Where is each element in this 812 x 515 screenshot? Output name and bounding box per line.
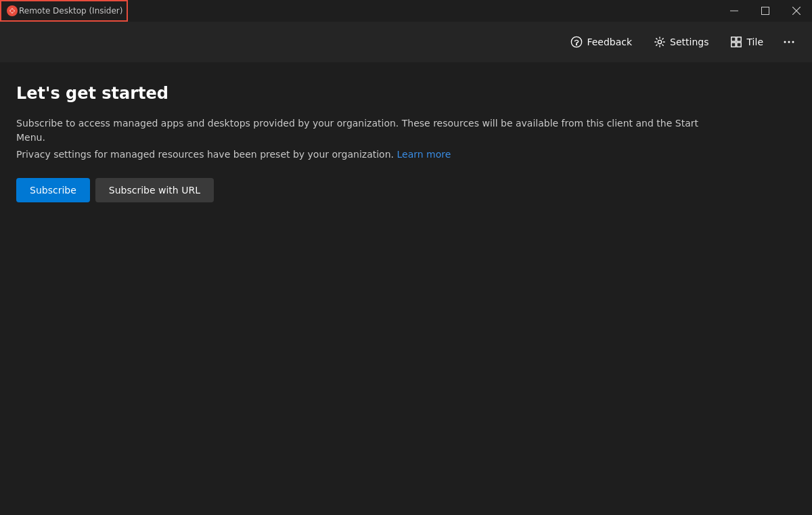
tile-button[interactable]: Tile	[722, 30, 771, 53]
privacy-text: Privacy settings for managed resources h…	[16, 149, 394, 160]
svg-point-1	[11, 9, 14, 13]
subscribe-url-button[interactable]: Subscribe with URL	[95, 178, 214, 202]
subscribe-button[interactable]: Subscribe	[16, 178, 90, 202]
svg-rect-9	[731, 37, 736, 41]
titlebar-controls	[719, 0, 812, 22]
feedback-label: Feedback	[587, 37, 632, 47]
settings-label: Settings	[670, 37, 708, 47]
titlebar: Remote Desktop (Insider)	[0, 0, 812, 22]
tile-icon	[730, 36, 742, 48]
description-line1: Subscribe to access managed apps and des…	[16, 116, 727, 145]
svg-rect-12	[737, 43, 741, 47]
svg-rect-2	[730, 11, 738, 12]
svg-point-14	[788, 41, 790, 43]
main-content: Let's get started Subscribe to access ma…	[0, 62, 812, 515]
feedback-button[interactable]: Feedback	[562, 30, 640, 53]
svg-rect-10	[737, 37, 741, 41]
feedback-icon	[570, 36, 583, 48]
button-group: Subscribe Subscribe with URL	[16, 178, 796, 202]
toolbar: Feedback Settings Tile	[0, 22, 812, 62]
page-title: Let's get started	[16, 84, 796, 103]
learn-more-link[interactable]: Learn more	[397, 149, 451, 160]
svg-point-7	[577, 45, 577, 45]
maximize-button[interactable]	[750, 0, 781, 22]
close-button[interactable]	[781, 0, 812, 22]
settings-icon	[654, 36, 666, 48]
description-line2: Privacy settings for managed resources h…	[16, 148, 796, 162]
more-icon	[782, 35, 796, 49]
minimize-button[interactable]	[719, 0, 750, 22]
app-icon	[5, 4, 19, 18]
tile-label: Tile	[746, 37, 763, 47]
settings-button[interactable]: Settings	[646, 30, 717, 53]
titlebar-title: Remote Desktop (Insider)	[19, 6, 122, 16]
svg-point-15	[792, 41, 794, 43]
svg-point-13	[784, 41, 786, 43]
svg-rect-3	[762, 7, 769, 15]
svg-point-6	[572, 37, 582, 47]
svg-point-8	[658, 40, 661, 43]
more-options-button[interactable]	[777, 30, 801, 54]
svg-rect-11	[731, 43, 736, 47]
titlebar-left: Remote Desktop (Insider)	[0, 0, 128, 22]
